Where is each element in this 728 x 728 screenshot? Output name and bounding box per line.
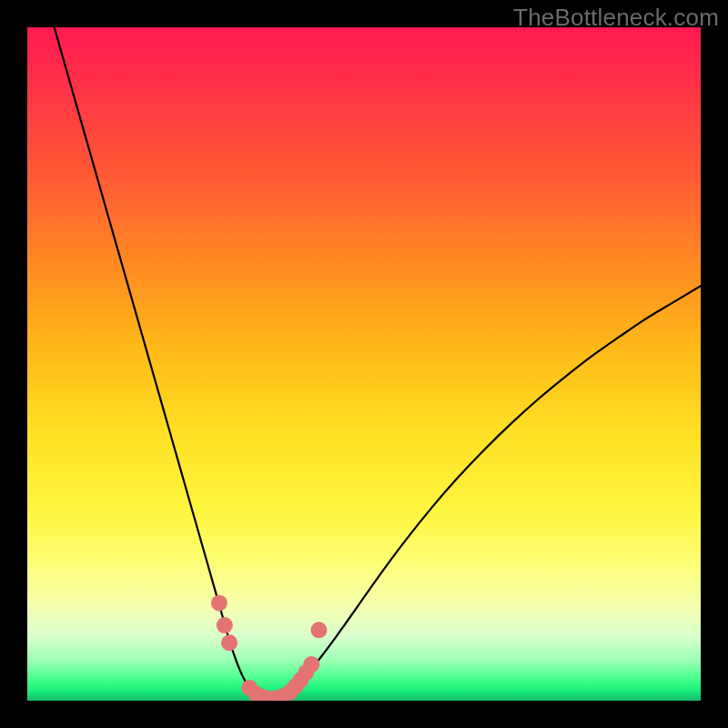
watermark-text: TheBottleneck.com [513, 4, 719, 32]
curve-marker [221, 634, 238, 651]
chart-svg [27, 27, 701, 701]
curve-marker [303, 656, 319, 672]
curve-marker [217, 617, 233, 633]
chart-frame: TheBottleneck.com [0, 0, 728, 728]
gradient-background [27, 27, 701, 701]
curve-marker [211, 595, 228, 612]
plot-area [27, 27, 701, 701]
curve-marker [310, 622, 327, 638]
